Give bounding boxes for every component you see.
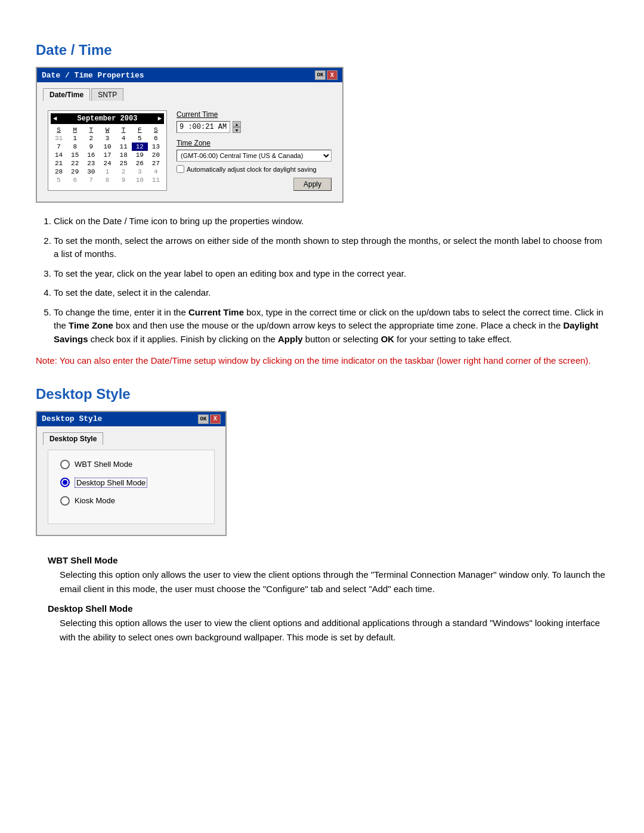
apply-button[interactable]: Apply xyxy=(293,178,332,191)
calendar-day[interactable]: 11 xyxy=(148,176,164,184)
radio-kiosk-circle[interactable] xyxy=(60,496,70,506)
datetime-right: Current Time ▲ ▼ Time Zone (GMT-06:00) C… xyxy=(177,110,332,191)
radio-kiosk[interactable]: Kiosk Mode xyxy=(60,496,202,506)
datetime-tab-bar: Date/Time SNTP xyxy=(43,88,336,101)
calendar-prev-button[interactable]: ◄ xyxy=(53,115,57,122)
calendar-day[interactable]: 28 xyxy=(51,168,67,176)
radio-kiosk-label: Kiosk Mode xyxy=(75,496,115,505)
calendar-next-button[interactable]: ► xyxy=(157,115,162,122)
bold-apply: Apply xyxy=(278,334,303,344)
cal-header-s: S xyxy=(51,126,67,134)
tab-date-time[interactable]: Date/Time xyxy=(43,88,90,101)
calendar-day[interactable]: 4 xyxy=(148,168,164,176)
timezone-label: Time Zone xyxy=(177,139,332,147)
desktop-dialog-content: Desktop Style WBT Shell Mode Desktop She… xyxy=(37,426,225,535)
calendar: ◄ September 2003 ► S M T W T F S xyxy=(48,110,167,191)
datetime-ok-button[interactable]: OK xyxy=(315,70,326,80)
bold-current-time: Current Time xyxy=(188,307,244,317)
calendar-day[interactable]: 13 xyxy=(148,143,164,151)
radio-desktop-circle[interactable] xyxy=(60,478,70,487)
calendar-day[interactable]: 9 xyxy=(83,143,99,151)
calendar-day[interactable]: 14 xyxy=(51,151,67,159)
desktop-titlebar: Desktop Style OK X xyxy=(37,412,225,426)
desktop-titlebar-buttons: OK X xyxy=(198,414,221,424)
calendar-day[interactable]: 9 xyxy=(116,176,132,184)
radio-wbt-shell[interactable]: WBT Shell Mode xyxy=(60,460,202,469)
time-down-button[interactable]: ▼ xyxy=(233,127,241,133)
calendar-day[interactable]: 22 xyxy=(67,159,83,168)
daylight-saving-row: Automatically adjust clock for daylight … xyxy=(177,165,332,173)
calendar-day[interactable]: 5 xyxy=(51,176,67,184)
calendar-month-year[interactable]: September 2003 xyxy=(78,114,138,123)
instruction-1: Click on the Date / Time icon to bring u… xyxy=(54,215,608,228)
calendar-day[interactable]: 3 xyxy=(132,168,148,176)
calendar-day[interactable]: 27 xyxy=(148,159,164,168)
calendar-day[interactable]: 15 xyxy=(67,151,83,159)
timezone-select[interactable]: (GMT-06:00) Central Time (US & Canada) xyxy=(177,150,332,162)
calendar-day[interactable]: 11 xyxy=(116,143,132,151)
radio-wbt-circle[interactable] xyxy=(60,460,70,469)
calendar-grid: S M T W T F S 31123456789101112131415161… xyxy=(51,126,164,184)
tab-sntp[interactable]: SNTP xyxy=(91,88,123,101)
wbt-description-section: WBT Shell Mode Selecting this option onl… xyxy=(48,555,608,596)
calendar-day[interactable]: 31 xyxy=(51,134,67,143)
wbt-desc-title: WBT Shell Mode xyxy=(48,555,608,565)
calendar-day[interactable]: 5 xyxy=(132,134,148,143)
daylight-saving-checkbox[interactable] xyxy=(177,165,184,173)
calendar-day[interactable]: 10 xyxy=(99,143,115,151)
calendar-day[interactable]: 20 xyxy=(148,151,164,159)
time-input[interactable] xyxy=(177,121,230,133)
calendar-day[interactable]: 25 xyxy=(116,159,132,168)
calendar-day[interactable]: 4 xyxy=(116,134,132,143)
calendar-day[interactable]: 7 xyxy=(51,143,67,151)
desktop-ok-button[interactable]: OK xyxy=(198,414,209,424)
date-time-heading: Date / Time xyxy=(36,42,608,58)
calendar-day[interactable]: 24 xyxy=(99,159,115,168)
desktop-desc-body: Selecting this option allows the user to… xyxy=(60,616,608,645)
tab-desktop-style[interactable]: Desktop Style xyxy=(43,432,103,445)
calendar-day[interactable]: 8 xyxy=(99,176,115,184)
instructions-list: Click on the Date / Time icon to bring u… xyxy=(36,215,608,346)
radio-desktop-shell[interactable]: Desktop Shell Mode xyxy=(60,478,202,488)
calendar-day[interactable]: 1 xyxy=(67,134,83,143)
calendar-header: ◄ September 2003 ► xyxy=(51,113,164,124)
cal-header-t: T xyxy=(83,126,99,134)
cal-header-m: M xyxy=(67,126,83,134)
calendar-day[interactable]: 7 xyxy=(83,176,99,184)
datetime-close-button[interactable]: X xyxy=(327,70,338,80)
calendar-day[interactable]: 2 xyxy=(116,168,132,176)
desktop-style-heading: Desktop Style xyxy=(36,386,608,402)
calendar-day[interactable]: 29 xyxy=(67,168,83,176)
datetime-dialog-title: Date / Time Properties xyxy=(42,71,144,80)
calendar-day[interactable]: 6 xyxy=(67,176,83,184)
calendar-day[interactable]: 23 xyxy=(83,159,99,168)
datetime-dialog: Date / Time Properties OK X Date/Time SN… xyxy=(36,67,343,203)
calendar-day[interactable]: 1 xyxy=(99,168,115,176)
cal-header-s2: S xyxy=(148,126,164,134)
calendar-day[interactable]: 16 xyxy=(83,151,99,159)
bold-ok: OK xyxy=(381,334,395,344)
calendar-day[interactable]: 30 xyxy=(83,168,99,176)
desktop-desc-title: Desktop Shell Mode xyxy=(48,603,608,614)
datetime-titlebar: Date / Time Properties OK X xyxy=(37,68,342,82)
titlebar-buttons: OK X xyxy=(315,70,338,80)
desktop-close-button[interactable]: X xyxy=(210,414,221,424)
calendar-day[interactable]: 26 xyxy=(132,159,148,168)
daylight-saving-label: Automatically adjust clock for daylight … xyxy=(187,166,317,173)
calendar-day[interactable]: 2 xyxy=(83,134,99,143)
datetime-dialog-content: Date/Time SNTP ◄ September 2003 ► S M T xyxy=(37,82,342,202)
calendar-day[interactable]: 10 xyxy=(132,176,148,184)
bold-daylight-savings: Daylight Savings xyxy=(54,320,599,344)
calendar-day[interactable]: 18 xyxy=(116,151,132,159)
time-spin: ▲ ▼ xyxy=(233,121,241,133)
calendar-day[interactable]: 17 xyxy=(99,151,115,159)
instruction-4: To set the date, select it in the calend… xyxy=(54,286,608,300)
calendar-day[interactable]: 12 xyxy=(132,143,148,151)
calendar-day[interactable]: 19 xyxy=(132,151,148,159)
cal-header-t2: T xyxy=(116,126,132,134)
calendar-day[interactable]: 6 xyxy=(148,134,164,143)
calendar-day[interactable]: 8 xyxy=(67,143,83,151)
time-up-button[interactable]: ▲ xyxy=(233,121,241,127)
calendar-day[interactable]: 3 xyxy=(99,134,115,143)
calendar-day[interactable]: 21 xyxy=(51,159,67,168)
